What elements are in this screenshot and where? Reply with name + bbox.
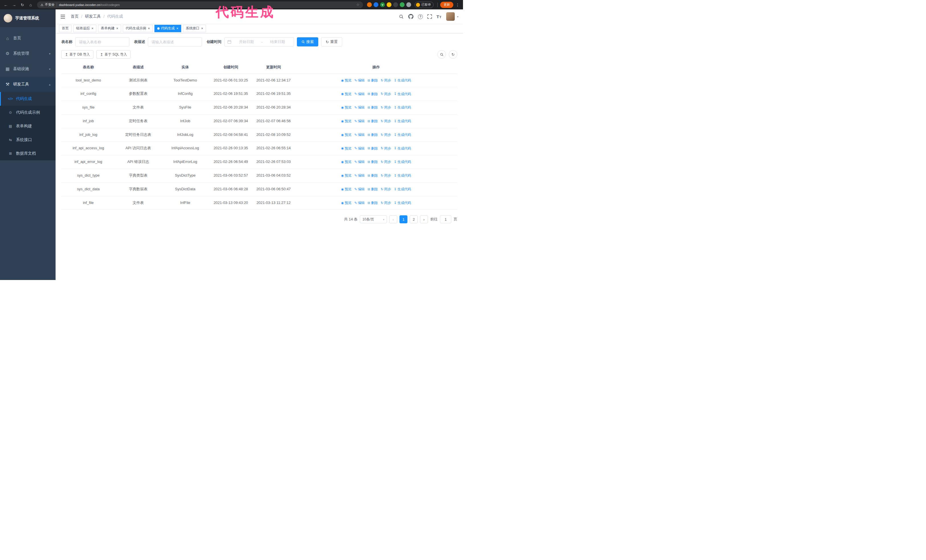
close-icon[interactable]: × xyxy=(148,27,150,30)
action-edit[interactable]: ✎编辑 xyxy=(354,105,365,110)
action-sync[interactable]: ↻同步 xyxy=(381,200,391,206)
action-generate[interactable]: ↧生成代码 xyxy=(394,146,411,151)
sidebar-item-form-builder[interactable]: ▤表单构建 xyxy=(0,119,56,133)
action-delete[interactable]: ⊟删除 xyxy=(368,173,378,178)
action-preview[interactable]: ◉预览 xyxy=(341,132,352,137)
action-generate[interactable]: ↧生成代码 xyxy=(394,159,411,165)
tab-codegen-example[interactable]: 代码生成示例× xyxy=(123,25,153,32)
action-delete[interactable]: ⊟删除 xyxy=(368,159,378,165)
action-delete[interactable]: ⊟删除 xyxy=(368,118,378,124)
action-sync[interactable]: ↻同步 xyxy=(381,105,391,110)
font-size-icon[interactable]: TT xyxy=(436,14,442,19)
action-generate[interactable]: ↧生成代码 xyxy=(394,91,411,97)
action-preview[interactable]: ◉预览 xyxy=(341,200,352,206)
action-sync[interactable]: ↻同步 xyxy=(381,146,391,151)
forward-icon[interactable]: → xyxy=(11,1,18,8)
action-edit[interactable]: ✎编辑 xyxy=(354,159,365,165)
close-icon[interactable]: × xyxy=(116,27,118,30)
sidebar-item-system-api[interactable]: ⇆系统接口 xyxy=(0,133,56,147)
action-sync[interactable]: ↻同步 xyxy=(381,91,391,97)
extension-orange-icon[interactable] xyxy=(367,2,372,7)
action-generate[interactable]: ↧生成代码 xyxy=(394,187,411,192)
table-name-input[interactable] xyxy=(75,37,129,47)
refresh-table-button[interactable]: ↻ xyxy=(449,50,457,59)
action-preview[interactable]: ◉预览 xyxy=(341,105,352,110)
action-edit[interactable]: ✎编辑 xyxy=(354,187,365,192)
action-edit[interactable]: ✎编辑 xyxy=(354,173,365,178)
action-delete[interactable]: ⊟删除 xyxy=(368,187,378,192)
action-delete[interactable]: ⊟删除 xyxy=(368,132,378,137)
goto-page-input[interactable] xyxy=(440,215,451,223)
tab-tracer[interactable]: 链路追踪× xyxy=(73,25,96,32)
action-delete[interactable]: ⊟删除 xyxy=(368,91,378,97)
import-db-button[interactable]: ↥ 基于 DB 导入 xyxy=(61,50,94,59)
action-delete[interactable]: ⊟删除 xyxy=(368,200,378,206)
table-desc-input[interactable] xyxy=(148,37,202,47)
reload-icon[interactable]: ↻ xyxy=(19,1,26,8)
prev-page-button[interactable]: ‹ xyxy=(389,215,397,223)
extension-blue-icon[interactable] xyxy=(374,2,378,7)
caret-down-icon[interactable]: ▾ xyxy=(457,15,458,18)
action-generate[interactable]: ↧生成代码 xyxy=(394,118,411,124)
action-sync[interactable]: ↻同步 xyxy=(381,187,391,192)
action-edit[interactable]: ✎编辑 xyxy=(354,78,365,83)
action-generate[interactable]: ↧生成代码 xyxy=(394,132,411,137)
page-button-1[interactable]: 1 xyxy=(399,215,407,223)
extension-leaf-icon[interactable] xyxy=(400,2,405,7)
sidebar-item-codegen[interactable]: </>代码生成 xyxy=(0,92,56,106)
browser-menu-icon[interactable]: ⋮ xyxy=(454,3,461,7)
breadcrumb-item[interactable]: 首页 xyxy=(71,14,79,19)
extension-dark-icon[interactable] xyxy=(393,2,398,7)
search-icon[interactable] xyxy=(399,14,404,19)
action-edit[interactable]: ✎编辑 xyxy=(354,118,365,124)
help-icon[interactable]: ? xyxy=(418,14,423,19)
action-sync[interactable]: ↻同步 xyxy=(381,159,391,165)
action-preview[interactable]: ◉预览 xyxy=(341,118,352,124)
action-preview[interactable]: ◉预览 xyxy=(341,159,352,165)
bookmark-star-icon[interactable]: ☆ xyxy=(356,3,360,7)
action-edit[interactable]: ✎编辑 xyxy=(354,200,365,206)
fullscreen-icon[interactable] xyxy=(427,14,432,19)
tab-codegen[interactable]: 代码生成× xyxy=(154,25,181,32)
action-edit[interactable]: ✎编辑 xyxy=(354,132,365,137)
tab-form-builder[interactable]: 表单构建× xyxy=(98,25,121,32)
sidebar-item-infrastructure[interactable]: ▦基础设施▾ xyxy=(0,61,56,77)
tab-system-api[interactable]: 系统接口× xyxy=(183,25,206,32)
hamburger-icon[interactable] xyxy=(60,14,65,20)
action-sync[interactable]: ↻同步 xyxy=(381,173,391,178)
home-icon[interactable]: ⌂ xyxy=(27,1,34,8)
address-bar[interactable]: ⚠ 不安全 dashboard.yudao.iocoder.cn/tool/co… xyxy=(37,2,363,8)
action-preview[interactable]: ◉预览 xyxy=(341,187,352,192)
close-icon[interactable]: × xyxy=(91,27,94,30)
action-preview[interactable]: ◉预览 xyxy=(341,173,352,178)
action-generate[interactable]: ↧生成代码 xyxy=(394,173,411,178)
next-page-button[interactable]: › xyxy=(420,215,428,223)
action-generate[interactable]: ↧生成代码 xyxy=(394,78,411,83)
action-sync[interactable]: ↻同步 xyxy=(381,118,391,124)
sidebar-item-home[interactable]: ⌂首页 xyxy=(0,30,56,46)
back-icon[interactable]: ← xyxy=(2,1,9,8)
action-delete[interactable]: ⊟删除 xyxy=(368,78,378,83)
sidebar-item-dev-tools[interactable]: ⚒研发工具▴ xyxy=(0,77,56,92)
action-generate[interactable]: ↧生成代码 xyxy=(394,200,411,206)
action-edit[interactable]: ✎编辑 xyxy=(354,146,365,151)
extension-green-v-icon[interactable]: V xyxy=(380,2,385,7)
toggle-search-button[interactable] xyxy=(437,50,446,59)
tab-home[interactable]: 首页 xyxy=(59,25,71,32)
action-sync[interactable]: ↻同步 xyxy=(381,132,391,137)
page-button-2[interactable]: 2 xyxy=(410,215,418,223)
action-edit[interactable]: ✎编辑 xyxy=(354,91,365,97)
security-indicator[interactable]: ⚠ 不安全 xyxy=(41,3,55,7)
reset-button[interactable]: ↻ 重置 xyxy=(321,37,342,47)
action-delete[interactable]: ⊟删除 xyxy=(368,146,378,151)
user-avatar[interactable] xyxy=(446,12,455,21)
sidebar-item-codegen-example[interactable]: ⊙代码生成示例 xyxy=(0,106,56,119)
paused-badge[interactable]: 已暂停 xyxy=(415,2,434,8)
page-size-select[interactable]: 10条/页▾ xyxy=(360,215,387,223)
breadcrumb-item[interactable]: 研发工具 xyxy=(85,14,101,19)
close-icon[interactable]: × xyxy=(201,27,203,30)
action-sync[interactable]: ↻同步 xyxy=(381,78,391,83)
sidebar-item-system-manage[interactable]: ⚙系统管理▾ xyxy=(0,46,56,61)
action-delete[interactable]: ⊟删除 xyxy=(368,105,378,110)
action-preview[interactable]: ◉预览 xyxy=(341,78,352,83)
